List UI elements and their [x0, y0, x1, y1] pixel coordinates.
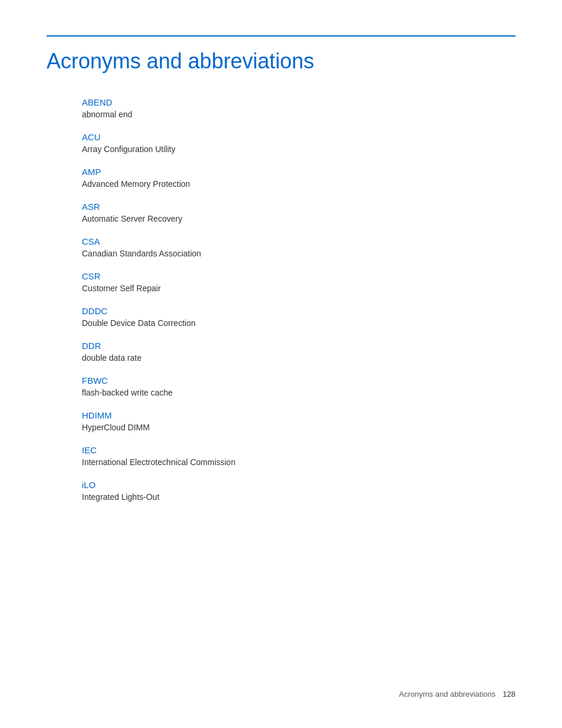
acronym-entry: DDDCDouble Device Data Correction: [82, 306, 515, 328]
acronym-entry: HDIMMHyperCloud DIMM: [82, 410, 515, 432]
acronym-definition: Array Configuration Utility: [82, 144, 515, 154]
acronym-definition: International Electrotechnical Commissio…: [82, 457, 515, 467]
acronym-definition: Automatic Server Recovery: [82, 214, 515, 223]
acronym-term: iLO: [82, 480, 515, 490]
acronym-entry: iLOIntegrated Lights-Out: [82, 480, 515, 502]
top-rule: [47, 35, 515, 37]
acronym-definition: Customer Self Repair: [82, 284, 515, 293]
acronym-term: AMP: [82, 167, 515, 177]
acronym-definition: Canadian Standards Association: [82, 249, 515, 258]
acronym-definition: Double Device Data Correction: [82, 318, 515, 328]
page-title: Acronyms and abbreviations: [47, 48, 515, 74]
acronym-entry: FBWCflash-backed write cache: [82, 375, 515, 397]
acronym-definition: abnormal end: [82, 110, 515, 119]
acronym-term: ACU: [82, 132, 515, 142]
acronym-entry: ASRAutomatic Server Recovery: [82, 202, 515, 223]
acronym-definition: flash-backed write cache: [82, 388, 515, 397]
footer-label: Acronyms and abbreviations: [399, 690, 495, 699]
footer-page-number: 128: [503, 690, 515, 699]
acronym-entry: CSRCustomer Self Repair: [82, 271, 515, 293]
acronym-term: DDDC: [82, 306, 515, 316]
footer: Acronyms and abbreviations 128: [399, 690, 515, 699]
acronym-definition: Integrated Lights-Out: [82, 492, 515, 502]
acronym-term: IEC: [82, 445, 515, 455]
acronym-term: CSR: [82, 271, 515, 281]
acronym-entry: AMPAdvanced Memory Protection: [82, 167, 515, 189]
acronym-entry: ACUArray Configuration Utility: [82, 132, 515, 154]
acronym-term: ASR: [82, 202, 515, 212]
acronym-term: CSA: [82, 236, 515, 246]
acronym-term: DDR: [82, 341, 515, 351]
acronym-entry: ABENDabnormal end: [82, 97, 515, 119]
acronym-definition: HyperCloud DIMM: [82, 423, 515, 432]
acronym-entry: CSACanadian Standards Association: [82, 236, 515, 258]
acronym-term: HDIMM: [82, 410, 515, 420]
acronym-definition: double data rate: [82, 353, 515, 363]
acronym-term: FBWC: [82, 375, 515, 386]
acronym-definition: Advanced Memory Protection: [82, 179, 515, 189]
acronym-entry: DDRdouble data rate: [82, 341, 515, 363]
acronym-list: ABENDabnormal endACUArray Configuration …: [82, 97, 515, 502]
acronym-entry: IECInternational Electrotechnical Commis…: [82, 445, 515, 467]
page-container: Acronyms and abbreviations ABENDabnormal…: [0, 0, 562, 728]
acronym-term: ABEND: [82, 97, 515, 107]
